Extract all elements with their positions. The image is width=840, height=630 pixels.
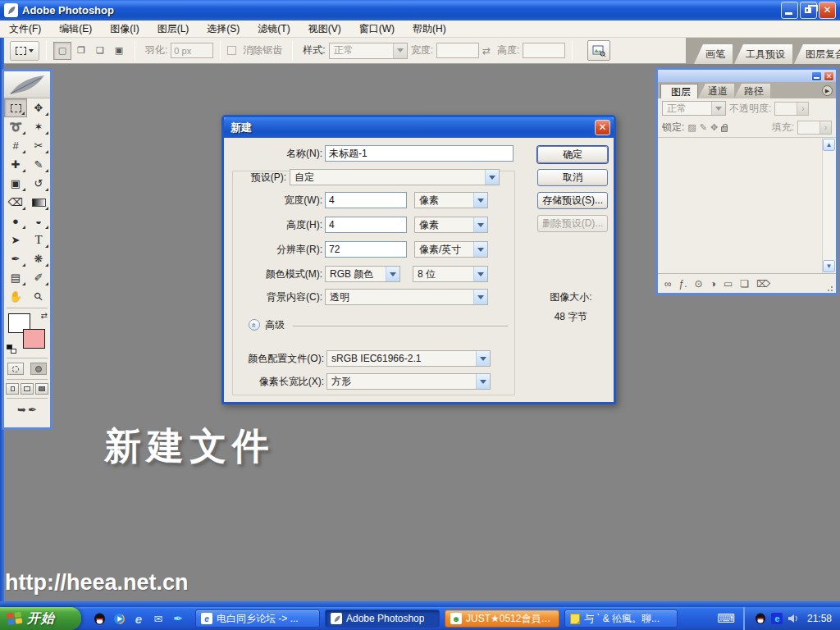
scroll-down-icon[interactable]: ▼ xyxy=(823,260,835,272)
width-input[interactable] xyxy=(436,43,479,58)
background-color-swatch[interactable] xyxy=(23,329,45,349)
menu-edit[interactable]: 编辑(E) xyxy=(50,21,101,38)
minimize-button[interactable] xyxy=(781,2,798,19)
layers-scrollbar[interactable]: ▲ ▼ xyxy=(822,138,836,273)
toolbox-header[interactable] xyxy=(4,71,50,98)
close-button[interactable]: ✕ xyxy=(819,2,836,19)
task-button-photoshop[interactable]: Adobe Photoshop xyxy=(325,609,440,628)
dodge-tool[interactable]: ◒ xyxy=(27,212,50,231)
qq-tray-icon[interactable] xyxy=(755,613,767,625)
healing-brush-tool[interactable]: ✚ xyxy=(4,155,27,174)
tab-channels[interactable]: 通道 xyxy=(698,84,734,98)
notes-tool[interactable]: ▤ xyxy=(4,268,27,287)
type-tool[interactable]: T xyxy=(27,231,50,249)
menu-layer[interactable]: 图层(L) xyxy=(148,21,199,38)
arrow-right-icon[interactable]: › xyxy=(819,121,831,134)
lock-all-icon[interactable] xyxy=(721,126,728,132)
eyedropper-tool[interactable]: ✐ xyxy=(27,268,50,287)
antialias-checkbox[interactable] xyxy=(227,46,236,55)
adjustment-layer-icon[interactable]: ◑ xyxy=(710,278,716,290)
clone-stamp-tool[interactable]: ▣ xyxy=(4,174,27,193)
qq-quicklaunch-icon[interactable] xyxy=(93,612,106,625)
resize-grip[interactable] xyxy=(827,284,835,292)
new-layer-icon[interactable]: ❏ xyxy=(740,278,749,290)
swap-colors-icon[interactable]: ⇄ xyxy=(41,311,48,320)
palette-minimize-button[interactable] xyxy=(811,71,822,81)
swap-dimensions-icon[interactable]: ⇄ xyxy=(482,45,491,57)
menu-file[interactable]: 文件(F) xyxy=(0,21,50,38)
magic-wand-tool[interactable]: ✶ xyxy=(27,117,50,136)
height-unit-select[interactable]: 像素 xyxy=(414,217,488,233)
feather-input[interactable] xyxy=(171,43,213,58)
subtract-selection-mode-icon[interactable]: ❏ xyxy=(91,42,109,60)
input-method-area[interactable]: ⌨ xyxy=(717,611,735,626)
hand-tool[interactable]: ✋ xyxy=(4,287,27,306)
lock-move-icon[interactable]: ✥ xyxy=(710,122,718,133)
file-browser-button[interactable] xyxy=(587,40,610,61)
cancel-button[interactable]: 取消 xyxy=(537,169,608,186)
arrow-right-icon[interactable]: › xyxy=(797,103,808,115)
height-input[interactable] xyxy=(523,43,565,58)
resolution-unit-select[interactable]: 像素/英寸 xyxy=(414,241,488,258)
color-depth-select[interactable]: 8 位 xyxy=(413,266,488,282)
palette-menu-icon[interactable]: ▶ xyxy=(822,85,833,96)
add-selection-mode-icon[interactable]: ❐ xyxy=(72,42,90,60)
menu-filter[interactable]: 滤镜(T) xyxy=(249,21,299,38)
restore-button[interactable] xyxy=(800,2,817,19)
keyboard-icon[interactable]: ⌨ xyxy=(717,611,735,626)
standard-mode-button[interactable] xyxy=(7,363,24,375)
color-mode-select[interactable]: RGB 颜色 xyxy=(325,266,400,282)
jump-to-imageready-button[interactable]: ➥ ✒ xyxy=(4,400,50,418)
advanced-toggle-icon[interactable]: » xyxy=(249,319,260,331)
task-button-qq-group[interactable]: ☻ JUST★0512會員群... xyxy=(445,609,559,628)
slice-tool[interactable]: ✂ xyxy=(27,136,50,155)
volume-icon[interactable] xyxy=(788,613,800,625)
tab-tool-presets[interactable]: 工具预设 xyxy=(734,44,792,64)
lock-paint-icon[interactable]: ✎ xyxy=(700,122,707,133)
link-layers-icon[interactable]: ∞ xyxy=(664,278,672,290)
history-brush-tool[interactable]: ↺ xyxy=(27,174,50,193)
style-select[interactable]: 正常 xyxy=(329,43,408,59)
dialog-close-button[interactable]: ✕ xyxy=(595,120,610,135)
pen-tool[interactable]: ✒ xyxy=(4,249,27,268)
opacity-field[interactable]: › xyxy=(774,102,809,116)
save-preset-button[interactable]: 存储预设(S)... xyxy=(537,192,608,209)
layer-style-icon[interactable]: ƒ. xyxy=(679,278,687,290)
eraser-tool[interactable]: ⌫ xyxy=(4,193,27,212)
mail-icon[interactable]: ✉ xyxy=(152,612,165,625)
emule-tray-icon[interactable]: e xyxy=(771,613,783,625)
delete-layer-icon[interactable]: ⌦ xyxy=(756,278,770,290)
dialog-titlebar[interactable]: 新建 ✕ xyxy=(224,117,614,138)
task-button-chat[interactable]: 与 ˋ & 彸瘋。聊... xyxy=(564,609,678,628)
zoom-tool[interactable]: ⚲ xyxy=(27,287,50,306)
tab-brushes[interactable]: 画笔 xyxy=(694,44,733,64)
new-selection-mode-icon[interactable]: ▢ xyxy=(53,42,71,60)
width-unit-select[interactable]: 像素 xyxy=(414,192,488,208)
layer-mask-icon[interactable]: ⊙ xyxy=(695,278,703,290)
task-button-forum[interactable]: e 电白同乡论坛 -> ... xyxy=(195,609,320,628)
fill-field[interactable]: › xyxy=(797,121,832,135)
height-input[interactable] xyxy=(325,217,407,233)
custom-shape-tool[interactable]: ❋ xyxy=(27,249,50,268)
move-tool[interactable]: ✥ xyxy=(27,98,50,117)
path-selection-tool[interactable]: ➤ xyxy=(4,231,27,249)
layers-list[interactable]: ▲ ▼ xyxy=(658,137,836,273)
standard-screen-mode-button[interactable] xyxy=(6,383,19,395)
intersect-selection-mode-icon[interactable]: ▣ xyxy=(110,42,128,60)
default-colors-icon[interactable] xyxy=(7,345,16,354)
current-tool-button[interactable] xyxy=(10,41,39,61)
tab-paths[interactable]: 路径 xyxy=(734,84,770,98)
aspect-select[interactable]: 方形 xyxy=(326,373,491,390)
gradient-tool[interactable] xyxy=(27,193,50,212)
ok-button[interactable]: 确定 xyxy=(537,146,608,163)
width-input[interactable] xyxy=(325,192,407,208)
preset-select[interactable]: 自定 xyxy=(290,169,500,185)
palette-close-button[interactable]: ✕ xyxy=(824,71,834,81)
resolution-input[interactable] xyxy=(325,241,407,258)
layer-group-icon[interactable]: ▭ xyxy=(724,278,733,290)
start-button[interactable]: 开始 xyxy=(0,607,81,630)
crop-tool[interactable]: # xyxy=(4,136,27,155)
blend-mode-select[interactable]: 正常 xyxy=(662,101,726,116)
menu-select[interactable]: 选择(S) xyxy=(198,21,249,38)
menu-view[interactable]: 视图(V) xyxy=(299,21,350,38)
